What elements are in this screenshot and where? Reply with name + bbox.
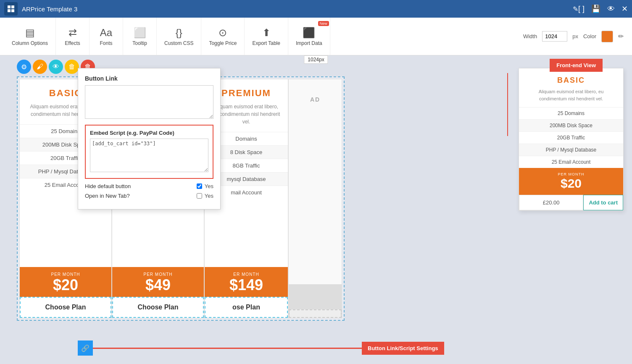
effects-icon: ⇄ [68,27,77,39]
team-price: $49 [116,277,200,293]
frontend-view-line [507,73,508,136]
top-bar-actions: [ ] 💾 👁 ✕ [578,4,628,13]
popup-button-link-title: Button Link [85,75,213,82]
preview-price: $20 [523,176,619,191]
toolbar-import-data[interactable]: ⬛ New Import Data [288,18,330,55]
tooltip-icon: ⬜ [134,27,146,39]
team-choose-plan-button[interactable]: Choose Plan [112,297,204,318]
eye-button[interactable]: 👁 [49,60,63,74]
close-icon[interactable]: ✕ [621,4,628,13]
color-swatch[interactable] [601,31,613,42]
frontend-view-button[interactable]: Front-end View [550,59,603,72]
fonts-label: Fonts [100,40,113,46]
preview-price-footer: PER MONTH $20 [519,168,623,195]
import-data-label: Import Data [296,40,322,46]
preview-add-to-cart-button[interactable]: Add to cart [583,195,623,210]
custom-css-icon: {} [176,27,182,39]
button-link-textarea[interactable] [85,85,213,119]
team-price-footer: PER MONTH $49 [112,267,204,297]
color-label: Color [583,33,596,39]
basic-choose-plan-button[interactable]: Choose Plan [20,297,111,318]
svg-rect-0 [8,5,11,8]
bottom-link-line [93,348,362,349]
preview-add-to-cart-row: £20.00 Add to cart [519,195,623,210]
preview-desc: Aliquam euismod erat libero, eu condimen… [519,88,623,107]
preview-feature-3: 20GB Traffic [519,131,623,144]
brush-button[interactable]: 🖌 [33,60,47,74]
import-data-icon: ⬛ [303,27,315,39]
embed-script-title: Embed Script (e.g. PayPal Code) [90,130,208,136]
export-table-icon: ⬆ [262,27,271,39]
toggle-price-icon: ⊙ [219,27,227,39]
preview-price-tag: £20.00 [519,195,583,210]
preview-per-month: PER MONTH [523,172,619,176]
column-options-icon: ▤ [25,27,35,39]
bracket-icon[interactable]: [ ] [578,5,585,13]
premium-price: $149 [209,277,284,293]
gear-button[interactable]: ⚙ [17,60,31,74]
embed-script-section: Embed Script (e.g. PayPal Code) [add_to_… [85,125,213,179]
column-options-label: Column Options [12,40,48,46]
hide-default-checkbox-wrap: Yes [197,183,213,189]
ruler-label: 1024px [304,55,328,64]
price-col-addon: AD [288,79,342,318]
app-title: ARPrice Template 3 [22,5,569,13]
embed-script-textarea[interactable]: [add_to_cart id="33"] [90,139,208,172]
fonts-icon: Aa [100,27,112,39]
basic-price: $20 [24,277,107,293]
addon-plan-name: AD [308,79,322,120]
open-new-tab-yes: Yes [205,193,213,199]
new-badge: New [318,21,329,26]
svg-rect-2 [8,9,11,12]
top-bar: ARPrice Template 3 ✎ [ ] 💾 👁 ✕ [0,0,632,18]
width-label: Width [523,33,537,39]
toolbar-effects[interactable]: ⇄ Effects [56,18,90,55]
effects-label: Effects [65,40,80,46]
hide-default-yes: Yes [205,183,213,189]
tooltip-label: Tooltip [132,40,147,46]
px-label: px [572,33,578,39]
svg-rect-3 [11,9,14,12]
width-input[interactable]: 1024 [542,31,567,42]
frontend-preview-panel: BASIC Aliquam euismod erat libero, eu co… [519,68,624,211]
save-icon[interactable]: 💾 [591,4,600,13]
btn-link-script-label: Button Link/Script Settings [362,342,444,355]
toolbar-width-controls: Width 1024 px Color ✏ [523,31,628,42]
custom-css-label: Custom CSS [164,40,193,46]
toolbar: ▤ Column Options ⇄ Effects Aa Fonts ⬜ To… [0,18,632,55]
hide-default-row: Hide default button Yes [85,183,213,189]
toolbar-export-table[interactable]: ⬆ Export Table [245,18,288,55]
toolbar-toggle-price[interactable]: ⊙ Toggle Price [201,18,245,55]
premium-choose-plan-button[interactable]: ose Plan [205,297,288,318]
color-picker-icon[interactable]: ✏ [618,32,624,40]
toolbar-custom-css[interactable]: {} Custom CSS [157,18,201,55]
export-table-label: Export Table [252,40,280,46]
canvas-area: 1024px Front-end View ⚙ 🖌 👁 🗑 🗑 BASIC Al… [0,55,632,364]
hide-default-label: Hide default button [85,183,197,189]
open-new-tab-checkbox[interactable] [197,193,202,199]
preview-icon[interactable]: 👁 [607,5,615,13]
toggle-price-label: Toggle Price [209,40,237,46]
open-new-tab-label: Open in New Tab? [85,193,197,199]
toolbar-fonts[interactable]: Aa Fonts [90,18,123,55]
edit-icon[interactable]: ✎ [573,5,578,13]
preview-feature-1: 25 Domains [519,107,623,119]
preview-column: BASIC Aliquam euismod erat libero, eu co… [519,68,623,210]
link-icon-button[interactable]: 🔗 [78,340,93,356]
bottom-link-bar: 🔗 Button Link/Script Settings [78,340,444,356]
button-link-popup: Button Link Embed Script (e.g. PayPal Co… [78,68,221,209]
preview-feature-5: 25 Email Account [519,156,623,168]
toolbar-tooltip[interactable]: ⬜ Tooltip [123,18,157,55]
app-logo [4,2,18,16]
open-new-tab-checkbox-wrap: Yes [197,193,213,199]
open-new-tab-row: Open in New Tab? Yes [85,193,213,199]
premium-plan-name: PREMIUM [217,79,275,103]
trash-yellow-button[interactable]: 🗑 [65,60,79,74]
preview-feature-2: 200MB Disk Space [519,119,623,131]
preview-feature-4: PHP / Mysql Database [519,144,623,156]
premium-price-footer: ER MONTH $149 [205,267,288,297]
toolbar-column-options[interactable]: ▤ Column Options [4,18,56,55]
basic-price-footer: PER MONTH $20 [20,267,111,297]
svg-rect-1 [11,5,14,8]
hide-default-checkbox[interactable] [197,183,202,189]
